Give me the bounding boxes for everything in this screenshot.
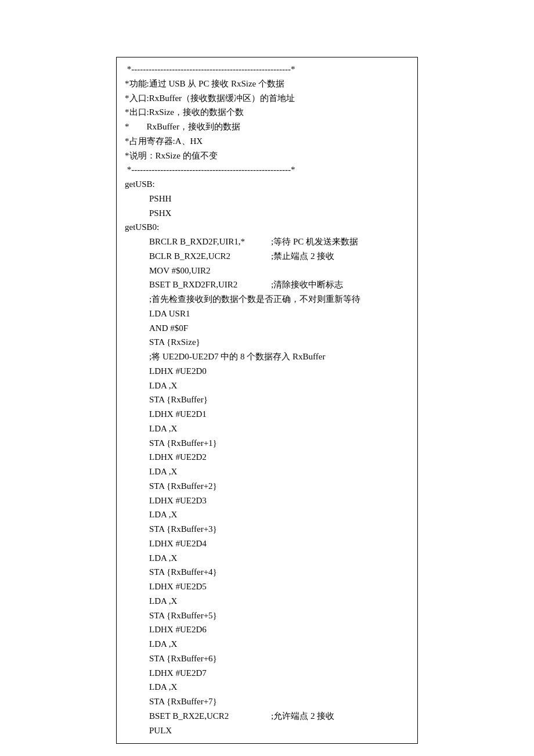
code-line: BRCLR B_RXD2F,UIR1,* ;等待 PC 机发送来数据 xyxy=(125,235,409,249)
code-line: LDA ,X xyxy=(125,637,409,651)
opcode-text: BSET B_RX2E,UCR2 xyxy=(149,709,271,723)
opcode-text: BCLR B_RX2E,UCR2 xyxy=(149,249,271,264)
code-line: LDHX #UE2D1 xyxy=(125,407,409,422)
opcode-text: BRCLR B_RXD2F,UIR1,* xyxy=(149,235,271,249)
code-line: LDA ,X xyxy=(125,594,409,609)
code-listing-box: *---------------------------------------… xyxy=(116,57,418,744)
code-line: LDA ,X xyxy=(125,379,409,393)
code-line: MOV #$00,UIR2 xyxy=(125,264,409,278)
rule-line: *---------------------------------------… xyxy=(125,62,409,77)
code-line: LDA ,X xyxy=(125,551,409,566)
code-line: LDA ,X xyxy=(125,422,409,436)
code-line: STA {RxBuffer+7} xyxy=(125,694,409,709)
comment-text: ;清除接收中断标志 xyxy=(271,278,343,292)
comment-text: ;等待 PC 机发送来数据 xyxy=(271,235,358,249)
comment-line: *占用寄存器:A、HX xyxy=(125,134,409,149)
comment-text: ;禁止端点 2 接收 xyxy=(271,249,334,264)
comment-line: ;将 UE2D0-UE2D7 中的 8 个数据存入 RxBuffer xyxy=(125,350,409,364)
code-line: PSHX xyxy=(125,206,409,221)
code-line: LDHX #UE2D6 xyxy=(125,622,409,637)
comment-line: *入口:RxBuffer（接收数据缓冲区）的首地址 xyxy=(125,91,409,106)
comment-line: *出口:RxSize，接收的数据个数 xyxy=(125,105,409,120)
code-line: LDHX #UE2D5 xyxy=(125,579,409,594)
code-line: LDA ,X xyxy=(125,680,409,694)
code-line: STA {RxBuffer+1} xyxy=(125,436,409,451)
comment-line: *说明：RxSize 的值不变 xyxy=(125,149,409,163)
rule-line: *---------------------------------------… xyxy=(125,163,409,177)
code-line: BSET B_RX2E,UCR2 ;允许端点 2 接收 xyxy=(125,709,409,723)
code-line: LDA USR1 xyxy=(125,307,409,321)
code-line: BCLR B_RX2E,UCR2 ;禁止端点 2 接收 xyxy=(125,249,409,264)
code-line: BSET B_RXD2FR,UIR2 ;清除接收中断标志 xyxy=(125,278,409,292)
code-line: STA {RxBuffer+4} xyxy=(125,565,409,579)
comment-text: ;允许端点 2 接收 xyxy=(271,709,334,723)
code-line: LDHX #UE2D3 xyxy=(125,494,409,508)
comment-line: *功能:通过 USB 从 PC 接收 RxSize 个数据 xyxy=(125,77,409,91)
opcode-text: BSET B_RXD2FR,UIR2 xyxy=(149,278,271,292)
code-line: LDHX #UE2D7 xyxy=(125,666,409,681)
code-line: LDHX #UE2D4 xyxy=(125,537,409,551)
code-line: STA {RxBuffer+5} xyxy=(125,609,409,623)
code-line: STA {RxBuffer+6} xyxy=(125,651,409,666)
code-line: AND #$0F xyxy=(125,321,409,336)
code-line: STA {RxBuffer+2} xyxy=(125,479,409,494)
code-line: STA {RxSize} xyxy=(125,335,409,350)
code-line: LDHX #UE2D2 xyxy=(125,450,409,465)
code-line: PSHH xyxy=(125,192,409,206)
code-line: PULX xyxy=(125,723,409,738)
code-line: LDHX #UE2D0 xyxy=(125,364,409,379)
code-line: LDA ,X xyxy=(125,507,409,522)
label-line: getUSB0: xyxy=(125,220,409,235)
comment-line: ;首先检查接收到的数据个数是否正确，不对则重新等待 xyxy=(125,292,409,307)
code-line: STA {RxBuffer} xyxy=(125,393,409,407)
code-line: LDA ,X xyxy=(125,465,409,479)
label-line: getUSB: xyxy=(125,177,409,192)
document-page: *---------------------------------------… xyxy=(0,0,534,756)
code-line: STA {RxBuffer+3} xyxy=(125,522,409,537)
comment-line: * RxBuffer，接收到的数据 xyxy=(125,120,409,134)
